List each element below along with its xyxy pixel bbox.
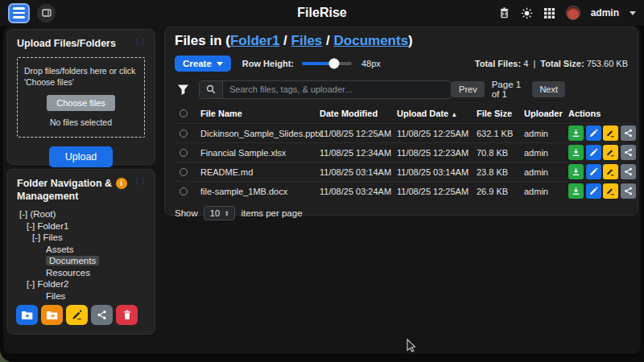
title-prefix: Files in ( — [175, 33, 230, 48]
tree-item-folder1[interactable]: [-] Folder1 — [17, 220, 145, 232]
table-header: File Name Date Modified Upload Date▲ Fil… — [175, 103, 628, 123]
uploader: admin — [524, 167, 568, 177]
download-button[interactable] — [568, 183, 584, 199]
tree-item-files[interactable]: [-] Files — [17, 232, 145, 244]
filter-icon[interactable] — [177, 84, 189, 96]
col-date-modified[interactable]: Date Modified — [320, 109, 397, 118]
prev-page-button[interactable]: Prev — [452, 81, 485, 97]
uploader: admin — [524, 129, 568, 138]
rename-folder-button[interactable] — [66, 305, 88, 325]
edit-button[interactable] — [586, 125, 601, 141]
download-button[interactable] — [568, 125, 584, 141]
col-actions: Actions — [568, 109, 626, 118]
upload-date: 11/08/25 12:23AM — [397, 148, 477, 158]
edit-button[interactable] — [586, 183, 601, 199]
upload-card: Upload Files/Folders ⋮⋮ Drop files/folde… — [6, 29, 155, 165]
file-size: 23.8 KB — [477, 167, 524, 177]
folder-actions-toolbar — [16, 305, 138, 325]
move-folder-button[interactable] — [41, 305, 63, 325]
download-button[interactable] — [568, 164, 584, 179]
upload-date: 11/08/25 12:25AM — [397, 187, 477, 196]
row-checkbox[interactable] — [180, 187, 188, 195]
tag-edit-button[interactable] — [603, 183, 618, 199]
breadcrumb-folder1[interactable]: Folder1 — [230, 33, 279, 48]
breadcrumb-documents[interactable]: Documents — [334, 33, 409, 48]
search-input[interactable] — [223, 81, 451, 98]
tree-item-folder2[interactable]: [-] Folder2 — [17, 278, 145, 290]
col-file-size[interactable]: File Size — [477, 109, 524, 118]
date-modified: 11/08/25 12:25AM — [320, 129, 397, 138]
row-height-slider[interactable] — [302, 62, 352, 65]
share-button[interactable] — [621, 164, 636, 179]
row-checkbox[interactable] — [180, 130, 188, 138]
breadcrumb-separator: / — [326, 33, 330, 48]
tag-edit-button[interactable] — [603, 164, 618, 179]
table-row[interactable]: file-sample_1MB.docx 11/08/25 03:24AM 11… — [175, 181, 628, 200]
col-uploader[interactable]: Uploader — [524, 109, 568, 118]
create-folder-button[interactable] — [16, 305, 38, 325]
create-button[interactable]: Create — [175, 56, 231, 72]
caret-down-icon — [217, 62, 223, 66]
dropzone-text: Drop files/folders here or click 'Choose… — [24, 65, 138, 88]
row-checkbox[interactable] — [180, 168, 188, 176]
edit-button[interactable] — [586, 145, 601, 160]
filerise-app: FileRise admin Upload Files/Folders ⋮⋮ — [0, 0, 644, 362]
theme-sun-icon[interactable] — [521, 7, 533, 19]
file-name[interactable]: Financial Sample.xlsx — [200, 148, 320, 158]
user-avatar[interactable] — [566, 6, 580, 20]
select-arrows-icon: ▲▼ — [225, 210, 229, 217]
file-size: 26.9 KB — [477, 187, 524, 196]
row-height-value: 48px — [361, 59, 381, 68]
share-button[interactable] — [621, 145, 636, 160]
col-upload-date[interactable]: Upload Date▲ — [397, 109, 477, 118]
tree-item-documents-selected[interactable]: Documents — [17, 255, 145, 267]
slider-thumb[interactable] — [328, 59, 339, 69]
breadcrumb-separator: / — [283, 33, 287, 48]
tree-item-folder2-files[interactable]: Files — [17, 290, 145, 302]
choose-files-button[interactable]: Choose files — [47, 95, 115, 111]
edit-button[interactable] — [586, 164, 601, 179]
file-name[interactable]: Dickinson_Sample_Slides.pptx — [200, 129, 320, 138]
col-file-name[interactable]: File Name — [200, 109, 320, 118]
table-row[interactable]: Financial Sample.xlsx 11/08/25 12:34AM 1… — [175, 142, 628, 162]
upload-button[interactable]: Upload — [49, 146, 114, 167]
trash-icon[interactable] — [498, 7, 510, 19]
file-dropzone[interactable]: Drop files/folders here or click 'Choose… — [17, 57, 145, 138]
drag-handle-icon[interactable]: ⋮⋮ — [134, 38, 145, 45]
tag-edit-button[interactable] — [603, 145, 618, 160]
tree-item-resources[interactable]: Resources — [17, 267, 145, 279]
tree-item-assets[interactable]: Assets — [17, 244, 145, 256]
page-title: Files in (Folder1 / Files / Documents) — [175, 33, 628, 49]
share-button[interactable] — [621, 125, 636, 141]
upload-list-menu-icon[interactable] — [8, 3, 30, 23]
user-menu-caret-icon[interactable] — [630, 11, 636, 15]
panel-toggle-icon[interactable] — [37, 4, 56, 23]
drag-handle-icon[interactable]: ⋮⋮ — [134, 178, 145, 185]
search-group — [199, 80, 452, 99]
breadcrumb-files[interactable]: Files — [291, 33, 323, 48]
page-size-select[interactable]: 10 ▲▼ — [204, 206, 236, 220]
info-icon[interactable]: i — [116, 178, 127, 189]
pagination: Prev Page 1 of 1 Next — [452, 80, 565, 99]
share-button[interactable] — [621, 183, 636, 199]
file-name[interactable]: file-sample_1MB.docx — [200, 187, 320, 196]
tag-edit-button[interactable] — [603, 125, 618, 141]
search-icon[interactable] — [200, 81, 223, 98]
table-row[interactable]: README.md 11/08/25 03:14AM 11/08/25 03:1… — [175, 162, 628, 181]
tree-item-root[interactable]: [-] (Root) — [17, 208, 145, 220]
folder-card-title: Folder Navigation & Management — [17, 178, 114, 203]
next-page-button[interactable]: Next — [532, 81, 565, 97]
page-size-row: Show 10 ▲▼ items per page — [175, 206, 628, 220]
user-name[interactable]: admin — [591, 7, 619, 19]
date-modified: 11/08/25 12:34AM — [320, 148, 397, 158]
page-status: Page 1 of 1 — [492, 80, 526, 99]
upload-date: 11/08/25 12:25AM — [397, 129, 477, 138]
delete-folder-button[interactable] — [116, 305, 138, 325]
table-row[interactable]: Dickinson_Sample_Slides.pptx 11/08/25 12… — [175, 123, 628, 142]
row-checkbox[interactable] — [180, 149, 188, 157]
share-folder-button[interactable] — [91, 305, 113, 325]
select-all-checkbox[interactable] — [180, 109, 188, 117]
download-button[interactable] — [568, 145, 584, 160]
file-name[interactable]: README.md — [200, 167, 320, 177]
apps-grid-icon[interactable] — [543, 7, 555, 19]
